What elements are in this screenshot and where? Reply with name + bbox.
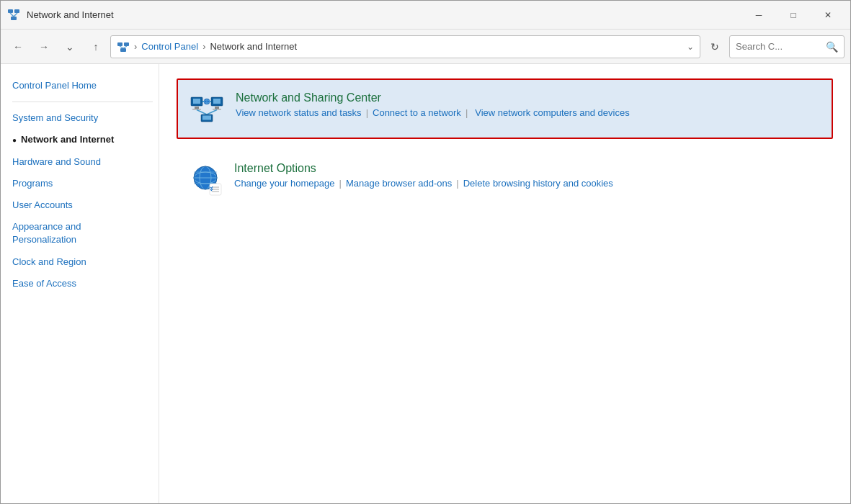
sidebar-section-clock: Clock and Region [12, 252, 159, 272]
sidebar-section-system: System and Security [12, 108, 159, 128]
search-box[interactable]: 🔍 [729, 35, 845, 58]
navbar: ← → ⌄ ↑ › Control Panel › Network and In… [1, 30, 850, 64]
search-input[interactable] [736, 41, 823, 52]
window-icon [6, 8, 21, 22]
svg-line-9 [123, 46, 127, 48]
internet-options-icon [188, 162, 223, 197]
network-sharing-title[interactable]: Network and Sharing Center [236, 91, 381, 104]
internet-options-links: Change your homepage | Manage browser ad… [234, 175, 613, 192]
sidebar-divider-1 [12, 102, 153, 102]
svg-rect-12 [195, 107, 199, 109]
window: Network and Internet ─ □ ✕ ← → ⌄ ↑ › Con… [0, 0, 851, 504]
sidebar-item-system-security[interactable]: System and Security [12, 108, 159, 128]
dropdown-button[interactable]: ⌄ [58, 35, 81, 58]
svg-line-4 [14, 13, 17, 17]
connect-to-network-link[interactable]: Connect to a network [373, 104, 461, 121]
network-sharing-links: View network status and tasks | Connect … [236, 104, 630, 121]
sidebar-item-appearance[interactable]: Appearance and Personalization [12, 217, 159, 250]
breadcrumb-arrow: › [202, 41, 205, 52]
titlebar: Network and Internet ─ □ ✕ [1, 1, 850, 30]
svg-rect-6 [124, 42, 129, 46]
sidebar-home-link[interactable]: Control Panel Home [12, 76, 159, 96]
network-sharing-body: Network and Sharing Center View network … [236, 91, 630, 121]
refresh-button[interactable]: ↻ [703, 35, 726, 58]
sidebar-item-programs[interactable]: Programs [12, 174, 159, 194]
content-area: Control Panel Home System and Security N… [1, 64, 850, 503]
view-network-status-link[interactable]: View network status and tasks [236, 104, 362, 121]
svg-line-23 [197, 110, 207, 115]
breadcrumb-root[interactable]: Control Panel [141, 41, 198, 52]
search-icon: 🔍 [826, 41, 838, 53]
svg-line-3 [10, 13, 14, 17]
sidebar-item-network-internet[interactable]: Network and Internet [12, 130, 159, 150]
svg-rect-16 [215, 107, 219, 109]
main-panel: Network and Sharing Center View network … [159, 64, 850, 503]
sidebar-section-appearance: Appearance and Personalization [12, 217, 159, 250]
svg-rect-5 [117, 42, 122, 46]
sidebar-item-user-accounts[interactable]: User Accounts [12, 195, 159, 215]
sidebar: Control Panel Home System and Security N… [1, 64, 159, 503]
sidebar-section-user-accounts: User Accounts [12, 195, 159, 215]
window-title: Network and Internet [27, 9, 742, 20]
sidebar-section-hardware: Hardware and Sound [12, 152, 159, 172]
address-dropdown-icon[interactable]: ⌄ [687, 42, 694, 52]
internet-options-body: Internet Options Change your homepage | … [234, 162, 613, 192]
change-homepage-link[interactable]: Change your homepage [234, 175, 335, 192]
view-network-computers-link[interactable]: View network computers and devices [475, 104, 629, 121]
internet-options-title[interactable]: Internet Options [234, 162, 316, 174]
svg-rect-7 [120, 48, 126, 52]
address-bar-icon [117, 40, 130, 53]
sidebar-section-programs: Programs [12, 174, 159, 194]
minimize-button[interactable]: ─ [742, 4, 775, 27]
svg-line-24 [207, 110, 217, 115]
breadcrumb-separator: › [134, 41, 137, 52]
close-button[interactable]: ✕ [811, 4, 845, 27]
back-button[interactable]: ← [6, 35, 30, 58]
sidebar-section-ease: Ease of Access [12, 274, 159, 294]
svg-rect-26 [202, 116, 211, 120]
forward-button[interactable]: → [32, 35, 55, 58]
svg-rect-2 [11, 17, 17, 20]
svg-rect-15 [213, 99, 220, 104]
sidebar-item-hardware-sound[interactable]: Hardware and Sound [12, 152, 159, 172]
internet-options-card: Internet Options Change your homepage | … [177, 150, 833, 208]
svg-rect-13 [192, 109, 201, 110]
svg-rect-11 [193, 99, 200, 104]
sidebar-item-clock-region[interactable]: Clock and Region [12, 252, 159, 272]
manage-addons-link[interactable]: Manage browser add-ons [346, 175, 452, 192]
sep-4: | [456, 175, 458, 192]
maximize-button[interactable]: □ [777, 4, 810, 27]
svg-line-8 [120, 46, 123, 48]
sep-1: | [366, 104, 368, 121]
breadcrumb-current: Network and Internet [210, 41, 297, 52]
sidebar-section-network: Network and Internet [12, 130, 159, 150]
svg-rect-1 [14, 9, 19, 13]
sep-3: | [339, 175, 342, 192]
sep-2: | [465, 104, 468, 121]
svg-rect-17 [213, 109, 221, 110]
delete-history-link[interactable]: Delete browsing history and cookies [463, 175, 613, 192]
address-bar[interactable]: › Control Panel › Network and Internet ⌄ [110, 35, 700, 58]
window-controls: ─ □ ✕ [742, 4, 845, 27]
sidebar-item-ease-of-access[interactable]: Ease of Access [12, 274, 159, 294]
network-sharing-card: Network and Sharing Center View network … [177, 78, 833, 139]
network-sharing-icon [190, 91, 224, 126]
svg-rect-0 [8, 9, 13, 13]
up-button[interactable]: ↑ [84, 35, 107, 58]
